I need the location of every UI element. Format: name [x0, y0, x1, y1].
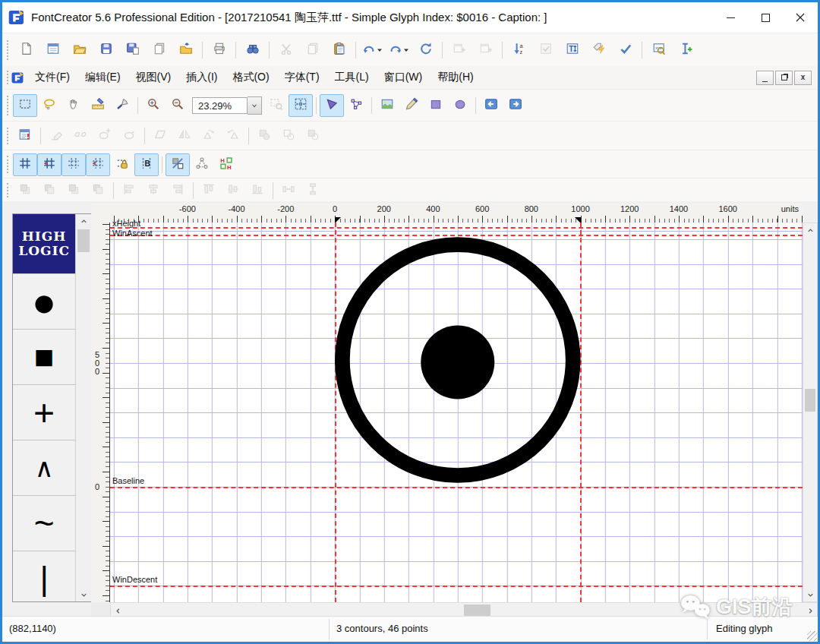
menu-item-6[interactable]: 字体(T) [277, 68, 327, 87]
import-button[interactable] [172, 38, 199, 63]
glyph-sample: ■ [34, 338, 55, 376]
glyph-cell-4[interactable]: ∧ [13, 440, 75, 496]
add-glyphs-icon [479, 42, 493, 58]
minimize-icon [727, 17, 735, 18]
point-mode-button[interactable] [344, 94, 368, 117]
menu-item-7[interactable]: 工具(L) [327, 68, 377, 87]
contour-mode-button[interactable] [320, 94, 344, 117]
open-icon [73, 42, 87, 58]
palette-scroll-down-button[interactable] [76, 588, 91, 601]
glyph-canvas[interactable]: xHeight WinAscent Baseline WinDescent [110, 223, 803, 602]
edit-toolbar [2, 121, 818, 151]
glyph-cell-2[interactable]: ■ [13, 330, 75, 385]
show-guidelines-button[interactable] [62, 153, 86, 176]
menu-item-3[interactable]: 视图(V) [128, 68, 179, 87]
palette-scroll-thumb[interactable] [77, 229, 90, 252]
show-metrics-button[interactable]: HH [214, 153, 238, 176]
align-center-button [141, 180, 166, 200]
menu-item-2[interactable]: 编辑(E) [77, 68, 128, 87]
sort-glyphs-button[interactable]: az [506, 38, 532, 63]
horizontal-scroll-thumb[interactable] [464, 605, 490, 617]
new-font-button[interactable] [13, 38, 39, 63]
close-button[interactable] [783, 2, 818, 33]
zoom-to-glyph-button[interactable] [289, 94, 313, 117]
menu-item-5[interactable]: 格式(O) [225, 68, 276, 87]
snap-to-outline-icon [171, 156, 184, 173]
menu-item-8[interactable]: 窗口(W) [377, 68, 430, 87]
glyph-transform-button[interactable]: T [559, 38, 585, 63]
find-button[interactable] [239, 38, 266, 63]
glyph-cell-5[interactable]: ~ [13, 496, 75, 551]
minimize-button[interactable] [713, 2, 748, 33]
copy-glyphs-button[interactable] [146, 38, 172, 63]
preview-font-button[interactable]: xyz [645, 38, 672, 63]
cut-icon [279, 42, 293, 58]
zoom-to-glyph-icon [294, 97, 308, 114]
palette-scrollbar[interactable] [75, 214, 91, 601]
vertical-scrollbar[interactable] [803, 223, 818, 602]
mdi-close-button[interactable]: x [794, 71, 812, 85]
font-overview-button[interactable] [39, 38, 66, 63]
mdi-restore-button[interactable] [775, 71, 793, 85]
lock-guidelines-button[interactable] [110, 153, 134, 176]
zoom-level-combo[interactable]: 23.29% [192, 96, 262, 115]
ruler-corner [91, 204, 110, 223]
glyph-cell-1[interactable]: ● [13, 274, 75, 330]
select-tool-button[interactable] [13, 94, 37, 117]
svg-text:z: z [519, 49, 522, 55]
toolbar-separator [642, 42, 642, 58]
snap-to-guidelines-button[interactable] [86, 153, 110, 176]
pan-tool-button[interactable] [62, 94, 86, 117]
draw-contour-button[interactable] [399, 94, 424, 117]
print-button[interactable] [206, 38, 232, 63]
ruler-tick-label: 1200 [620, 204, 639, 213]
autonaming-button[interactable] [585, 38, 612, 63]
glyph-sample: ● [32, 278, 57, 325]
zoom-out-button[interactable] [166, 94, 190, 117]
resize-grip[interactable] [807, 631, 817, 641]
background-image-button[interactable] [375, 94, 399, 117]
validate-font-button[interactable] [612, 38, 639, 63]
menu-item-1[interactable]: 文件(F) [27, 68, 77, 87]
show-grid-button[interactable] [13, 153, 37, 176]
insert-rectangle-button[interactable] [424, 94, 448, 117]
glyph-properties-button[interactable] [13, 125, 37, 147]
scroll-up-button[interactable] [803, 223, 817, 237]
toolbar-separator [202, 42, 203, 58]
menu-item-4[interactable]: 插入(I) [178, 68, 225, 87]
save-button[interactable] [93, 38, 119, 63]
vertical-ruler: 5 0 00 [91, 223, 110, 602]
undo-button[interactable] [359, 38, 386, 63]
glyph-cell-6[interactable]: | [13, 551, 75, 602]
repeat-button[interactable] [412, 38, 439, 63]
lasso-tool-button[interactable] [37, 94, 62, 117]
menu-item-9[interactable]: 帮助(H) [430, 68, 481, 87]
copy-button [299, 38, 326, 63]
snap-to-grid-button[interactable] [37, 153, 62, 176]
save-project-button[interactable] [119, 38, 146, 63]
measure-tool-button[interactable] [86, 94, 110, 117]
palette-scroll-up-button[interactable] [76, 214, 91, 228]
zoom-in-button[interactable] [141, 94, 166, 117]
show-bearings-button[interactable]: B [134, 153, 159, 176]
open-button[interactable] [66, 38, 93, 63]
join-contours-icon [98, 128, 112, 144]
next-glyph-button[interactable] [503, 94, 528, 117]
toolbar-separator [40, 128, 41, 144]
glyph-cell-3[interactable]: + [13, 385, 75, 440]
snap-to-outline-button[interactable] [166, 153, 190, 176]
show-points-button[interactable] [190, 153, 214, 176]
vertical-scroll-thumb[interactable] [805, 389, 815, 412]
zoom-dropdown-button[interactable] [248, 96, 262, 115]
paste-button[interactable] [326, 38, 352, 63]
glyph-outline[interactable] [110, 223, 803, 602]
scroll-down-button[interactable] [803, 588, 817, 601]
logo-line1: HIGH [22, 229, 67, 244]
previous-glyph-button[interactable] [479, 94, 503, 117]
insert-ellipse-button[interactable] [448, 94, 472, 117]
redo-button[interactable] [386, 38, 412, 63]
mdi-minimize-button[interactable] [756, 71, 774, 85]
maximize-button[interactable] [748, 2, 783, 33]
knife-tool-button[interactable] [110, 94, 134, 117]
insert-characters-button[interactable] [672, 38, 699, 63]
